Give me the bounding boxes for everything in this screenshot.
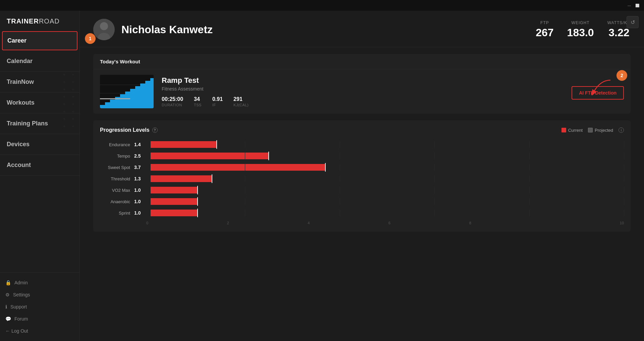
progression-legend: Current Projected i (561, 127, 624, 133)
grid-line (434, 153, 435, 159)
duration-label: DURATION (162, 103, 183, 107)
annotation-badge-1: 1 (85, 33, 96, 44)
weight-stat: Weight 183.0 (567, 20, 594, 39)
grid-line (624, 187, 624, 193)
bar-fill (150, 175, 212, 182)
grid-line (624, 210, 624, 216)
logout-item[interactable]: ← Log Out (0, 325, 79, 337)
workout-card: Ramp Test Fitness Assessment 00:25:00 DU… (93, 69, 631, 114)
window-controls (627, 3, 640, 8)
maximize-button[interactable] (635, 3, 640, 8)
ftp-label: FTP (536, 20, 553, 25)
grid-line (245, 141, 245, 148)
workout-info: Ramp Test Fitness Assessment 00:25:00 DU… (162, 76, 564, 107)
duration-value: 00:25:00 (162, 96, 183, 102)
bar-row: Threshold1.3 (100, 175, 624, 182)
bar-track (150, 187, 624, 193)
sidebar-item-workouts[interactable]: Workouts (0, 93, 79, 113)
ai-ftp-button[interactable]: AI FTP Detection (572, 86, 624, 100)
tss-stat: 34 TSS (194, 96, 202, 107)
progression-levels-section: Progression Levels ? Current Projected i (93, 120, 631, 232)
sidebar-item-devices[interactable]: Devices (0, 134, 79, 155)
bar-tick (268, 152, 269, 160)
minimize-button[interactable] (627, 3, 632, 8)
kjcal-stat: 291 KJ(CAL) (233, 96, 249, 107)
progression-header: Progression Levels ? Current Projected i (100, 127, 624, 133)
bar-value: 1.4 (134, 142, 146, 147)
grid-line (624, 175, 624, 182)
bar-label: Sweet Spot (100, 165, 130, 170)
grid-line (245, 187, 245, 193)
sidebar-item-training-plans[interactable]: Training Plans (0, 113, 79, 134)
workout-chart (100, 75, 154, 108)
sidebar-bottom-label: Support (10, 304, 27, 309)
bar-fill (150, 153, 269, 159)
support-item[interactable]: ℹ Support (0, 301, 79, 313)
sidebar-bottom: 🔒 Admin ⚙ Settings ℹ Support 💬 Forum ← L… (0, 272, 79, 341)
sidebar-item-career[interactable]: Career (2, 31, 77, 50)
tss-value: 34 (194, 96, 202, 102)
sidebar-item-label: Devices (7, 141, 30, 148)
sidebar-bottom-label: Forum (14, 316, 28, 322)
kjcal-value: 291 (233, 96, 249, 102)
sidebar-item-label: Calendar (7, 58, 33, 64)
x-label-8: 8 (466, 221, 547, 225)
sidebar-item-trainnow[interactable]: TrainNow (0, 72, 79, 93)
bar-track (150, 210, 624, 216)
grid-line (150, 210, 151, 216)
settings-icon: ⚙ (5, 292, 10, 297)
ftp-value: 267 (536, 26, 553, 39)
grid-line (245, 198, 245, 205)
sidebar-bottom-label: Settings (13, 292, 30, 297)
x-label-0: 0 (146, 221, 224, 225)
todays-workout-section: Today's Workout (93, 54, 631, 114)
bar-tick (197, 186, 198, 194)
forum-item[interactable]: 💬 Forum (0, 313, 79, 325)
sidebar-item-label: Account (7, 162, 31, 168)
annotation-badge-2: 2 (616, 70, 627, 81)
sidebar-item-label: Training Plans (7, 120, 48, 127)
tss-label: TSS (194, 103, 202, 107)
bar-track (150, 141, 624, 148)
grid-line (340, 153, 340, 159)
kjcal-label: KJ(CAL) (233, 103, 249, 107)
sidebar-item-label: Workouts (7, 99, 35, 106)
sidebar-item-label: Career (7, 37, 26, 44)
main-content: + + + + + + + + + + ++ + + + + + + + + +… (80, 11, 644, 341)
svg-point-2 (100, 22, 108, 30)
sidebar: TRAINERROAD Career 1 + + + + + + + ++ + … (0, 11, 80, 341)
refresh-button[interactable]: ↺ (627, 16, 639, 28)
user-info: Nicholas Kanwetz (93, 19, 213, 40)
bar-row: VO2 Max1.0 (100, 187, 624, 193)
grid-line (340, 187, 340, 193)
workout-name: Ramp Test (162, 76, 564, 85)
bar-row: Tempo2.5 (100, 153, 624, 159)
grid-line (150, 175, 151, 182)
grid-line (529, 198, 530, 205)
bar-tick (212, 174, 212, 183)
if-value: 0.91 (212, 96, 223, 102)
grid-line (340, 141, 340, 148)
bar-tick (216, 140, 217, 149)
sidebar-item-account[interactable]: Account (0, 155, 79, 176)
grid-line (529, 187, 530, 193)
bar-track (150, 198, 624, 205)
grid-line (150, 198, 151, 205)
grid-line (245, 210, 245, 216)
bar-label: Endurance (100, 142, 130, 147)
bar-row: Anaerobic1.0 (100, 198, 624, 205)
bar-value: 1.0 (134, 210, 146, 216)
bar-fill (150, 187, 198, 193)
bar-fill (150, 164, 325, 171)
sidebar-item-calendar[interactable]: Calendar (0, 51, 79, 72)
settings-item[interactable]: ⚙ Settings (0, 289, 79, 301)
info-icon[interactable]: i (619, 127, 624, 133)
support-icon: ℹ (5, 304, 7, 309)
user-name: Nicholas Kanwetz (121, 23, 213, 36)
bar-value: 3.7 (134, 165, 146, 170)
grid-line (529, 153, 530, 159)
x-label-4: 4 (304, 221, 385, 225)
grid-line (245, 164, 245, 171)
admin-item[interactable]: 🔒 Admin (0, 277, 79, 289)
help-icon[interactable]: ? (152, 127, 158, 133)
